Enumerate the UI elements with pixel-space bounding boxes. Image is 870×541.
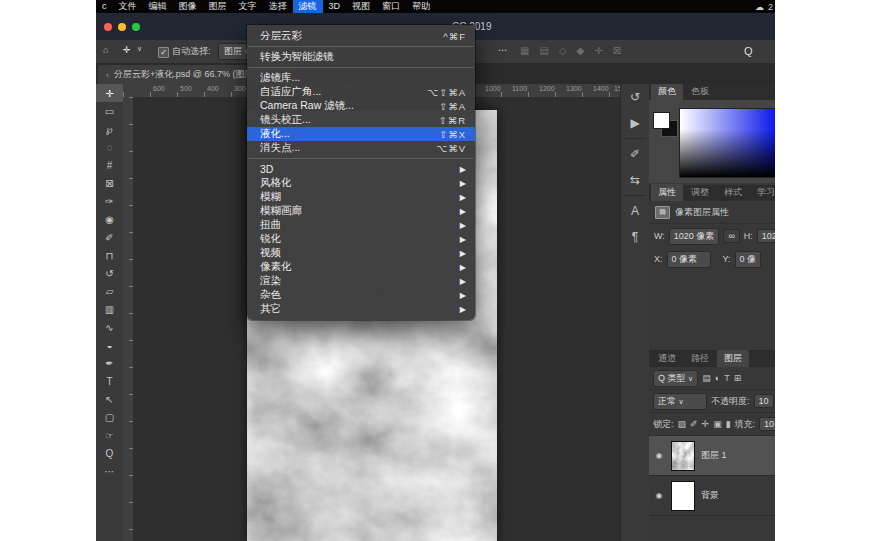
tab-learn[interactable]: 学习 [750,184,775,201]
filter-group-icon[interactable]: ⊞ [734,373,742,383]
filter-type-icon[interactable]: T [724,373,730,383]
home-icon[interactable]: ⌂ [103,45,108,55]
marquee-tool[interactable]: ▭ [96,102,123,120]
3d-mode-icon-1[interactable]: ◇ [559,45,567,56]
tab-channels[interactable]: 通道 [651,350,683,367]
tab-swatches[interactable]: 色板 [684,84,716,100]
app-menu-partial[interactable]: c [96,0,113,13]
menu-item-pixelate[interactable]: 像素化 ▶ [247,260,475,274]
menubar-item-view[interactable]: 视图 [346,0,376,13]
y-field[interactable]: 0 像 [735,251,762,268]
eraser-tool[interactable]: ▱ [96,282,123,300]
cloud-sync-icon[interactable]: ☁ [755,2,764,12]
link-dimensions-icon[interactable]: ∞ [723,229,739,243]
frame-tool[interactable]: ⊠ [96,174,123,192]
clone-stamp-tool[interactable]: ⊓ [96,246,123,264]
menu-item-camera-raw[interactable]: Camera Raw 滤镜... ⇧⌘A [247,99,475,113]
eyedropper-tool[interactable]: ✑ [96,192,123,210]
move-tool-chevron-icon[interactable]: ∨ [137,45,142,53]
menubar-item-edit[interactable]: 编辑 [143,0,173,13]
dodge-tool[interactable]: ◒ [96,336,123,354]
menu-item-blur[interactable]: 模糊 ▶ [247,190,475,204]
tab-layers[interactable]: 图层 [717,350,749,367]
align-icon-1[interactable]: ▦ [520,45,529,56]
background-thumbnail[interactable] [671,481,695,511]
more-options-icon[interactable]: ⋯ [498,45,507,55]
crop-tool[interactable]: # [96,156,123,174]
layer-name[interactable]: 图层 1 [701,449,727,462]
menubar-item-help[interactable]: 帮助 [406,0,436,13]
menu-item-adaptive-wide-angle[interactable]: 自适应广角... ⌥⇧⌘A [247,85,475,99]
smudge-tool[interactable]: ∿ [96,318,123,336]
menu-item-other[interactable]: 其它 ▶ [247,302,475,316]
width-field[interactable]: 1020 像素 [669,228,720,245]
foreground-color-well[interactable] [653,112,670,129]
paragraph-panel-button[interactable]: ¶ [621,224,649,250]
tab-paths[interactable]: 路径 [684,350,716,367]
lock-transparency-icon[interactable]: ▨ [678,419,687,429]
tab-color[interactable]: 颜色 [651,84,683,100]
menubar-item-select[interactable]: 选择 [263,0,293,13]
zoom-window-button[interactable] [132,23,140,31]
lock-paint-icon[interactable]: ✐ [690,419,698,429]
opacity-field[interactable]: 10 [754,394,774,408]
menubar-item-file[interactable]: 文件 [113,0,143,13]
character-panel-button[interactable]: A [621,198,649,224]
menubar-item-window[interactable]: 窗口 [376,0,406,13]
menubar-item-filter[interactable]: 滤镜 [293,0,323,13]
history-panel-button[interactable]: ↺ [621,84,649,110]
path-select-tool[interactable]: ↖ [96,390,123,408]
x-field[interactable]: 0 像素 [667,251,711,268]
move-tool-icon[interactable]: ✛ [123,45,131,55]
move-tool[interactable]: ✛ [96,84,123,102]
layer-row-1[interactable]: ◉ 图层 1 [649,436,775,476]
menu-item-stylize[interactable]: 风格化 ▶ [247,176,475,190]
spot-healing-tool[interactable]: ◉ [96,210,123,228]
menu-item-3d[interactable]: 3D ▶ [247,162,475,176]
lock-all-icon[interactable]: ▮ [726,419,731,429]
close-window-button[interactable] [104,23,112,31]
layer-thumbnail[interactable] [671,441,695,471]
menu-item-distort[interactable]: 扭曲 ▶ [247,218,475,232]
filter-adjustment-icon[interactable]: ◐ [715,373,720,383]
menubar-item-layer[interactable]: 图层 [203,0,233,13]
lock-artboard-icon[interactable]: ▣ [713,419,722,429]
3d-mode-icon-3[interactable]: ✛ [594,45,602,56]
visibility-eye-icon[interactable]: ◉ [653,491,665,500]
menu-item-filter-gallery[interactable]: 滤镜库... [247,71,475,85]
menubar-item-image[interactable]: 图像 [173,0,203,13]
search-icon[interactable]: Q [744,45,753,57]
menu-item-noise[interactable]: 杂色 ▶ [247,288,475,302]
actions-panel-button[interactable]: ▶ [621,110,649,136]
layer-filter-dropdown[interactable]: Q 类型 ∨ [653,370,698,387]
blend-mode-dropdown[interactable]: 正常 ∨ [653,393,707,410]
menubar-item-3d[interactable]: 3D [323,0,347,13]
menu-item-liquify[interactable]: 液化... ⇧⌘X [247,127,475,141]
color-picker-field[interactable] [679,108,775,178]
align-icon-2[interactable]: ▤ [539,45,548,56]
pen-tool[interactable]: ✒ [96,354,123,372]
brush-settings-panel-button[interactable]: ✐ [621,141,649,167]
history-brush-tool[interactable]: ↺ [96,264,123,282]
menu-item-sharpen[interactable]: 锐化 ▶ [247,232,475,246]
layer-name[interactable]: 背景 [701,489,719,502]
hand-tool[interactable]: ☞ [96,426,123,444]
auto-select-checkbox[interactable]: ✓自动选择: [158,45,211,58]
tool-presets-panel-button[interactable]: ⇆ [621,167,649,193]
zoom-tool[interactable]: Q [96,444,123,462]
layer-row-2[interactable]: ◉ 背景 [649,476,775,516]
lasso-tool[interactable]: ℘ [96,120,123,138]
shape-tool[interactable]: ▢ [96,408,123,426]
menu-item-difference-clouds[interactable]: 分层云彩 ^⌘F [247,29,475,43]
tab-adjustments[interactable]: 调整 [684,184,716,201]
fill-field[interactable]: 10 [759,417,775,431]
menu-item-lens-correction[interactable]: 镜头校正... ⇧⌘R [247,113,475,127]
filter-image-icon[interactable]: ▤ [702,373,711,383]
menu-item-blur-gallery[interactable]: 模糊画廊 ▶ [247,204,475,218]
type-tool[interactable]: T [96,372,123,390]
tab-styles[interactable]: 样式 [717,184,749,201]
menu-item-convert-smart-filters[interactable]: 转换为智能滤镜 [247,50,475,64]
visibility-eye-icon[interactable]: ◉ [653,451,665,460]
minimize-window-button[interactable] [118,23,126,31]
3d-mode-icon-4[interactable]: ⊠ [613,45,621,56]
